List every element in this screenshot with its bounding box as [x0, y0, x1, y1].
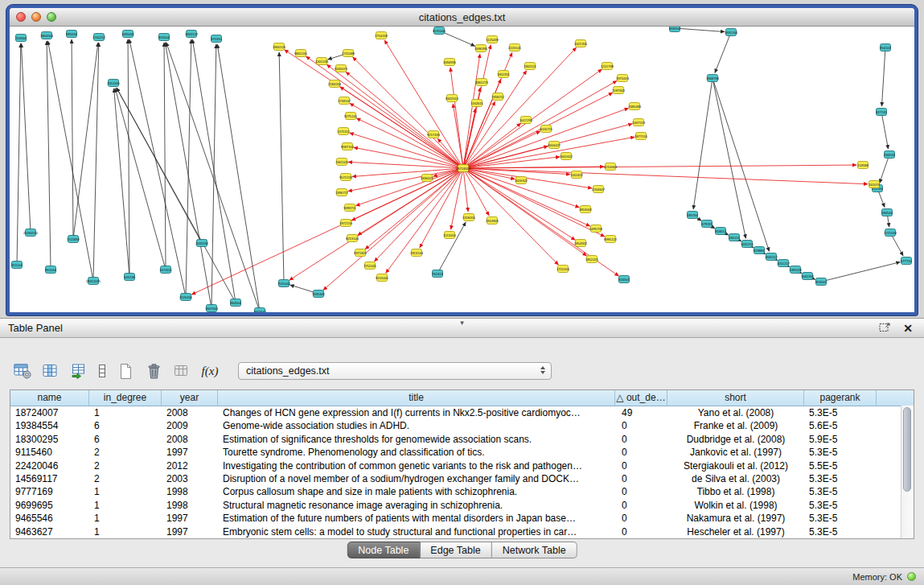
graph-node[interactable]: 8322013: [446, 95, 459, 102]
graph-node[interactable]: 1125439: [486, 36, 499, 43]
graph-node[interactable]: 184533: [884, 151, 895, 159]
citation-network-graph[interactable]: 2035601864504985034174021216934418531041…: [10, 27, 914, 312]
graph-node[interactable]: 1864504: [40, 32, 54, 39]
graph-node[interactable]: 1812311: [497, 71, 510, 78]
graph-edge[interactable]: [93, 43, 99, 281]
function-builder-button[interactable]: f(x): [199, 360, 221, 382]
graph-edge[interactable]: [693, 78, 713, 209]
graph-edge[interactable]: [211, 44, 216, 308]
graph-edge[interactable]: [375, 168, 463, 262]
graph-edge[interactable]: [217, 44, 260, 311]
table-row[interactable]: 1938455462009Genome-wide association stu…: [10, 419, 914, 432]
network-table-select[interactable]: citations_edges.txt: [238, 362, 552, 380]
graph-edge[interactable]: [450, 68, 463, 168]
graph-node[interactable]: 1852415: [585, 256, 599, 263]
column-header-1[interactable]: in_degree: [89, 390, 162, 406]
rename-table-button[interactable]: [170, 360, 193, 382]
graph-node[interactable]: 762413: [432, 270, 443, 278]
graph-node[interactable]: 9283711: [343, 204, 356, 212]
graph-node[interactable]: 1391128: [789, 266, 802, 274]
graph-node[interactable]: 919881: [754, 247, 765, 254]
graph-node[interactable]: 1161422: [570, 171, 583, 179]
graph-edge[interactable]: [165, 43, 211, 308]
float-panel-icon[interactable]: [879, 321, 891, 336]
graph-node[interactable]: 7635441: [312, 290, 326, 298]
graph-node[interactable]: 1642337: [801, 273, 815, 280]
graph-node[interactable]: 1162615: [470, 100, 483, 107]
graph-edge[interactable]: [186, 39, 191, 297]
graph-node[interactable]: 9245074: [335, 65, 348, 72]
graph-edge[interactable]: [17, 43, 21, 265]
graph-node[interactable]: 1961273: [475, 79, 489, 86]
graph-edge[interactable]: [356, 118, 463, 168]
graph-node[interactable]: 9371821: [354, 249, 368, 257]
graph-node[interactable]: 1845112: [765, 253, 778, 261]
graph-node[interactable]: 827741: [876, 109, 887, 116]
window-titlebar[interactable]: citations_edges.txt: [10, 8, 914, 27]
graph-node[interactable]: 1914845: [486, 217, 499, 225]
graph-node[interactable]: 818104: [669, 27, 680, 32]
graph-node[interactable]: 1347519: [632, 119, 646, 126]
delete-table-button[interactable]: [142, 360, 165, 382]
graph-edge[interactable]: [348, 168, 463, 192]
graph-edge[interactable]: [306, 56, 463, 168]
graph-node[interactable]: 1847643: [205, 305, 219, 312]
graph-node[interactable]: 7525442: [277, 280, 291, 287]
graph-node[interactable]: 161074: [869, 181, 880, 188]
graph-node[interactable]: 1803122: [185, 31, 199, 38]
table-scrollbar[interactable]: [901, 406, 914, 538]
graph-edge[interactable]: [881, 47, 885, 106]
close-panel-icon[interactable]: ✕: [903, 323, 913, 334]
graph-edge[interactable]: [72, 39, 73, 239]
graph-node[interactable]: 7461022: [335, 159, 349, 166]
graph-node[interactable]: 924502: [815, 278, 827, 286]
column-mode-button[interactable]: [96, 360, 109, 382]
graph-edge[interactable]: [47, 41, 93, 281]
table-row[interactable]: 2242004622012Investigating the contribut…: [10, 459, 914, 472]
graph-node[interactable]: 1754209: [375, 32, 388, 39]
scrollbar-thumb[interactable]: [903, 407, 911, 492]
create-table-button[interactable]: [114, 360, 137, 382]
table-row[interactable]: 1872400712008Changes of HCN gene express…: [10, 406, 914, 419]
graph-node[interactable]: 1696395: [474, 45, 488, 52]
graph-edge[interactable]: [463, 168, 558, 265]
graph-node[interactable]: 1721034: [884, 229, 897, 237]
tab-network-table[interactable]: Network Table: [492, 542, 577, 558]
graph-node[interactable]: 1854922: [574, 240, 588, 247]
table-row[interactable]: 911546021997Tourette syndrome. Phenomeno…: [10, 446, 914, 459]
graph-node[interactable]: 2223141: [508, 44, 522, 51]
splitter-handle-icon[interactable]: ▾: [460, 319, 464, 327]
graph-node[interactable]: 9217433: [427, 131, 441, 138]
graph-edge[interactable]: [713, 78, 745, 238]
graph-node[interactable]: 1318455: [462, 214, 476, 221]
graph-edge[interactable]: [21, 43, 31, 233]
graph-node[interactable]: 1016715: [540, 126, 553, 133]
graph-node[interactable]: 1275112: [337, 128, 350, 135]
graph-node[interactable]: 1201233: [315, 58, 329, 65]
graph-edge[interactable]: [437, 222, 466, 274]
graph-node[interactable]: 8587102: [341, 143, 355, 150]
graph-node[interactable]: 853104: [158, 34, 170, 41]
graph-node[interactable]: 1693441: [121, 31, 135, 38]
graph-edge[interactable]: [881, 112, 889, 149]
graph-node[interactable]: 1601622: [560, 153, 573, 160]
graph-node[interactable]: 924612: [715, 228, 726, 235]
graph-edge[interactable]: [129, 39, 186, 297]
graph-node[interactable]: 3210663: [604, 163, 618, 171]
graph-edge[interactable]: [47, 41, 51, 270]
graph-node[interactable]: 1853002: [579, 206, 593, 213]
close-window-button[interactable]: [16, 12, 26, 22]
zoom-window-button[interactable]: [47, 12, 56, 22]
graph-node[interactable]: 975310: [211, 35, 222, 43]
graph-node[interactable]: 851044: [45, 266, 56, 274]
select-columns-button[interactable]: [39, 360, 62, 382]
column-header-3[interactable]: title: [218, 390, 615, 406]
graph-node[interactable]: 1616322: [515, 177, 528, 184]
graph-node[interactable]: 924501: [618, 276, 630, 283]
graph-node[interactable]: 1948794: [706, 75, 720, 82]
graph-node[interactable]: 9572133: [339, 174, 353, 181]
graph-node[interactable]: 1671611: [159, 266, 172, 274]
graph-node[interactable]: 1902112: [524, 63, 536, 70]
graph-edge[interactable]: [164, 43, 166, 270]
graph-node[interactable]: 25260550: [23, 229, 39, 237]
